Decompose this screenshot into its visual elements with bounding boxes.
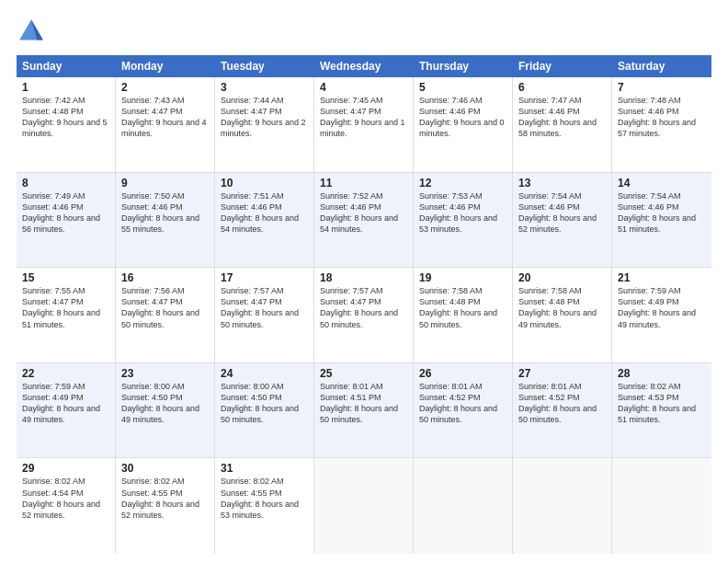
calendar-cell: 27Sunrise: 8:01 AMSunset: 4:52 PMDayligh… — [513, 363, 612, 458]
cell-details: Sunrise: 7:44 AMSunset: 4:47 PMDaylight:… — [221, 95, 308, 140]
day-number: 15 — [22, 271, 109, 284]
day-number: 6 — [518, 81, 606, 94]
header-day-wednesday: Wednesday — [314, 55, 414, 77]
calendar-cell: 5Sunrise: 7:46 AMSunset: 4:46 PMDaylight… — [414, 77, 513, 172]
day-number: 13 — [518, 177, 606, 190]
calendar-cell: 31Sunrise: 8:02 AMSunset: 4:55 PMDayligh… — [215, 458, 314, 554]
day-number: 10 — [221, 177, 308, 190]
cell-details: Sunrise: 8:00 AMSunset: 4:50 PMDaylight:… — [121, 381, 209, 426]
calendar-cell: 12Sunrise: 7:53 AMSunset: 4:46 PMDayligh… — [414, 173, 513, 268]
header-day-sunday: Sunday — [17, 55, 116, 77]
calendar-cell: 25Sunrise: 8:01 AMSunset: 4:51 PMDayligh… — [314, 363, 414, 458]
cell-details: Sunrise: 8:01 AMSunset: 4:51 PMDaylight:… — [320, 381, 407, 426]
day-number: 2 — [121, 81, 209, 94]
calendar-cell: 28Sunrise: 8:02 AMSunset: 4:53 PMDayligh… — [612, 363, 711, 458]
calendar-body: 1Sunrise: 7:42 AMSunset: 4:48 PMDaylight… — [17, 77, 711, 554]
day-number: 29 — [22, 462, 109, 475]
day-number: 16 — [121, 271, 209, 284]
cell-details: Sunrise: 7:48 AMSunset: 4:46 PMDaylight:… — [618, 95, 706, 140]
calendar-row: 15Sunrise: 7:55 AMSunset: 4:47 PMDayligh… — [17, 268, 711, 363]
cell-details: Sunrise: 8:02 AMSunset: 4:54 PMDaylight:… — [22, 476, 109, 521]
calendar-cell: 6Sunrise: 7:47 AMSunset: 4:46 PMDaylight… — [513, 77, 612, 172]
calendar-cell: 26Sunrise: 8:01 AMSunset: 4:52 PMDayligh… — [414, 363, 513, 458]
cell-details: Sunrise: 8:02 AMSunset: 4:55 PMDaylight:… — [121, 476, 209, 521]
day-number: 28 — [618, 367, 706, 380]
cell-details: Sunrise: 8:01 AMSunset: 4:52 PMDaylight:… — [419, 381, 506, 426]
calendar-cell: 3Sunrise: 7:44 AMSunset: 4:47 PMDaylight… — [215, 77, 314, 172]
calendar-cell: 19Sunrise: 7:58 AMSunset: 4:48 PMDayligh… — [414, 268, 513, 362]
calendar-cell — [414, 458, 513, 554]
calendar-cell: 30Sunrise: 8:02 AMSunset: 4:55 PMDayligh… — [116, 458, 215, 554]
cell-details: Sunrise: 7:53 AMSunset: 4:46 PMDaylight:… — [419, 190, 506, 236]
calendar-cell: 18Sunrise: 7:57 AMSunset: 4:47 PMDayligh… — [314, 268, 414, 362]
day-number: 3 — [221, 81, 308, 94]
day-number: 21 — [618, 271, 706, 284]
cell-details: Sunrise: 7:58 AMSunset: 4:48 PMDaylight:… — [518, 285, 606, 330]
day-number: 14 — [618, 177, 706, 190]
cell-details: Sunrise: 7:52 AMSunset: 4:46 PMDaylight:… — [320, 190, 407, 236]
calendar-cell — [513, 458, 612, 554]
calendar-cell: 7Sunrise: 7:48 AMSunset: 4:46 PMDaylight… — [612, 77, 711, 172]
day-number: 1 — [22, 81, 109, 94]
day-number: 9 — [121, 177, 209, 190]
calendar-cell: 22Sunrise: 7:59 AMSunset: 4:49 PMDayligh… — [17, 363, 116, 458]
cell-details: Sunrise: 7:59 AMSunset: 4:49 PMDaylight:… — [618, 285, 706, 330]
calendar-cell: 8Sunrise: 7:49 AMSunset: 4:46 PMDaylight… — [17, 173, 116, 268]
day-number: 18 — [320, 271, 407, 284]
cell-details: Sunrise: 7:57 AMSunset: 4:47 PMDaylight:… — [221, 285, 308, 330]
calendar-cell: 14Sunrise: 7:54 AMSunset: 4:46 PMDayligh… — [612, 173, 711, 268]
logo — [17, 17, 50, 46]
day-number: 4 — [320, 81, 407, 94]
calendar-cell: 29Sunrise: 8:02 AMSunset: 4:54 PMDayligh… — [17, 458, 116, 554]
header-day-monday: Monday — [116, 55, 215, 77]
header-day-thursday: Thursday — [414, 55, 513, 77]
day-number: 17 — [221, 271, 308, 284]
day-number: 30 — [121, 462, 209, 475]
cell-details: Sunrise: 7:56 AMSunset: 4:47 PMDaylight:… — [121, 285, 209, 330]
header-day-friday: Friday — [513, 55, 612, 77]
day-number: 7 — [618, 81, 706, 94]
header — [17, 17, 711, 46]
day-number: 31 — [221, 462, 308, 475]
cell-details: Sunrise: 8:00 AMSunset: 4:50 PMDaylight:… — [221, 381, 308, 426]
page: SundayMondayTuesdayWednesdayThursdayFrid… — [0, 0, 728, 563]
day-number: 12 — [419, 177, 506, 190]
calendar-cell — [612, 458, 711, 554]
day-number: 26 — [419, 367, 506, 380]
calendar-cell: 4Sunrise: 7:45 AMSunset: 4:47 PMDaylight… — [314, 77, 414, 172]
cell-details: Sunrise: 8:01 AMSunset: 4:52 PMDaylight:… — [518, 381, 606, 426]
cell-details: Sunrise: 7:54 AMSunset: 4:46 PMDaylight:… — [518, 190, 606, 236]
cell-details: Sunrise: 7:57 AMSunset: 4:47 PMDaylight:… — [320, 285, 407, 330]
day-number: 11 — [320, 177, 407, 190]
day-number: 25 — [320, 367, 407, 380]
calendar-cell: 15Sunrise: 7:55 AMSunset: 4:47 PMDayligh… — [17, 268, 116, 362]
day-number: 23 — [121, 367, 209, 380]
cell-details: Sunrise: 7:45 AMSunset: 4:47 PMDaylight:… — [320, 95, 407, 140]
calendar-cell: 2Sunrise: 7:43 AMSunset: 4:47 PMDaylight… — [116, 77, 215, 172]
calendar-row: 22Sunrise: 7:59 AMSunset: 4:49 PMDayligh… — [17, 363, 711, 459]
day-number: 20 — [518, 271, 606, 284]
cell-details: Sunrise: 7:59 AMSunset: 4:49 PMDaylight:… — [22, 381, 109, 426]
day-number: 27 — [518, 367, 606, 380]
day-number: 5 — [419, 81, 506, 94]
calendar-cell: 20Sunrise: 7:58 AMSunset: 4:48 PMDayligh… — [513, 268, 612, 362]
cell-details: Sunrise: 8:02 AMSunset: 4:55 PMDaylight:… — [221, 476, 308, 521]
calendar-cell: 13Sunrise: 7:54 AMSunset: 4:46 PMDayligh… — [513, 173, 612, 268]
cell-details: Sunrise: 7:51 AMSunset: 4:46 PMDaylight:… — [221, 190, 308, 236]
cell-details: Sunrise: 7:55 AMSunset: 4:47 PMDaylight:… — [22, 285, 109, 330]
calendar-cell — [314, 458, 414, 554]
calendar-row: 1Sunrise: 7:42 AMSunset: 4:48 PMDaylight… — [17, 77, 711, 173]
cell-details: Sunrise: 7:49 AMSunset: 4:46 PMDaylight:… — [22, 190, 109, 236]
calendar-cell: 21Sunrise: 7:59 AMSunset: 4:49 PMDayligh… — [612, 268, 711, 362]
day-number: 8 — [22, 177, 109, 190]
calendar-cell: 1Sunrise: 7:42 AMSunset: 4:48 PMDaylight… — [17, 77, 116, 172]
day-number: 24 — [221, 367, 308, 380]
calendar-cell: 17Sunrise: 7:57 AMSunset: 4:47 PMDayligh… — [215, 268, 314, 362]
cell-details: Sunrise: 7:58 AMSunset: 4:48 PMDaylight:… — [419, 285, 506, 330]
calendar-cell: 16Sunrise: 7:56 AMSunset: 4:47 PMDayligh… — [116, 268, 215, 362]
cell-details: Sunrise: 7:50 AMSunset: 4:46 PMDaylight:… — [121, 190, 209, 236]
cell-details: Sunrise: 7:47 AMSunset: 4:46 PMDaylight:… — [518, 95, 606, 140]
calendar-header: SundayMondayTuesdayWednesdayThursdayFrid… — [17, 55, 711, 77]
cell-details: Sunrise: 7:43 AMSunset: 4:47 PMDaylight:… — [121, 95, 209, 140]
calendar-row: 29Sunrise: 8:02 AMSunset: 4:54 PMDayligh… — [17, 458, 711, 554]
